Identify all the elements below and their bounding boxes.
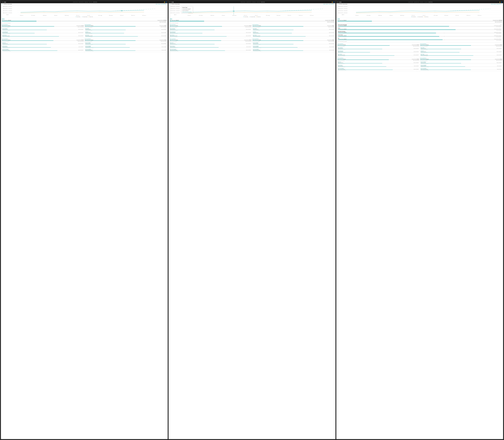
channel-filter-2[interactable]: All Channels + [329,4,334,5]
quarter-q3-2: 2018 QUARTER 3 Quarter-to-Date Sales: $6… [169,38,252,53]
feb-title-1[interactable]: 2018 FEBRUARY [2,31,83,32]
oct-title-1[interactable]: 2018 OCTOBER [85,42,166,43]
back-button-3[interactable]: ◀ [337,4,338,5]
nav-reporting-3[interactable]: REPORTING [428,2,433,2]
nav-subscription-1[interactable]: SUBSCRIPTION [79,2,84,2]
svg-text:Dec: Dec [142,15,146,16]
apr-title-1[interactable]: 2018 APRIL [85,28,166,29]
tooltip-breakdown-link-2[interactable]: Click to view all parent breakdown [182,12,192,12]
category-filter-3[interactable]: Bread [494,4,496,5]
channel-filter-3[interactable]: All Channels + [497,4,502,5]
legend-goal-3: Sales Goal [424,16,428,17]
q1-title-3[interactable]: 2018 QUARTER 1 [337,43,419,44]
category-filter-2[interactable]: Bread [326,4,328,5]
logo-3: FUSE [339,2,341,3]
bell-icon-2[interactable]: 🔔 [332,2,333,3]
q3-title-2[interactable]: 2018 QUARTER 3 [169,39,251,40]
may-title-1[interactable]: 2018 MAY [85,31,166,32]
nav-actions-1: 🔔 👤 [164,2,167,3]
page-header-1: ◀ < SALES TRACKING 2018 Bread All Channe… [1,3,168,5]
back-button-1[interactable]: ◀ [2,4,2,5]
month-apr-3: 2018 APRIL Actual Sales: $307,133Sales G… [420,47,502,50]
q2-title-1[interactable]: 2018 QUARTER 2 [85,25,167,25]
svg-text:$0: $0 [342,14,344,15]
menu-icon-2[interactable]: ☰ [169,2,170,3]
breakdown-blt-title-3: BLT [338,38,501,39]
nav-tracking-2[interactable]: TRACKING [257,2,260,2]
q4-title-1[interactable]: 2018 QUARTER 4 [85,39,167,40]
panel-1-content: 2018 Year-to-Date Sales: $639,239 Foreca… [1,18,168,439]
nav-tracking-1[interactable]: TRACKING [89,2,93,2]
q4-title-3[interactable]: 2018 QUARTER 4 [420,58,502,59]
month-nov-2: 2018 NOVEMBER Actual Sales: $334,206Sale… [252,45,335,49]
menu-icon-3[interactable]: ☰ [337,2,338,3]
back-button-2[interactable]: ◀ [169,4,170,5]
month-aug-3: 2018 AUGUST Actual Sales: $336,250Sales … [337,65,419,68]
nov-title-1[interactable]: 2018 NOVEMBER [85,46,166,46]
month-oct-3: 2018 OCTOBER Actual Sales: $337,133Sales… [420,61,502,65]
q1-title-1[interactable]: 2018 QUARTER 1 [2,25,84,25]
quarter-q3-3: 2018 QUARTER 3 Quarter-to-Date Sales: $6… [337,57,420,72]
year-filter-1[interactable]: 2018 [156,4,157,5]
month-jul-3: 2018 JULY Actual Sales: $337,133Sales Go… [337,61,419,65]
nav-forecasting-3[interactable]: FORECASTING [408,2,413,2]
svg-text:Sep: Sep [109,15,113,16]
mar-title-1[interactable]: 2018 MARCH [2,35,83,35]
q3-title-1[interactable]: 2018 QUARTER 3 [2,39,84,40]
svg-text:Jun: Jun [76,15,80,16]
svg-point-22 [121,11,123,11]
menu-icon[interactable]: ☰ [2,2,3,3]
bell-icon-3[interactable]: 🔔 [499,2,501,3]
user-icon-3[interactable]: 👤 [501,2,502,3]
bell-icon-1[interactable]: 🔔 [164,2,165,3]
nav-forecasting-1[interactable]: FORECASTING [73,2,78,2]
q2-title-3[interactable]: 2018 QUARTER 2 [420,43,502,44]
channel-filter-1[interactable]: All Channels + [161,4,167,5]
breakdown-close-button-3[interactable]: ✕ [500,24,501,25]
svg-text:$200,000: $200,000 [338,13,347,13]
nav-ordering-3[interactable]: ORDERING [420,2,423,2]
aug-title-1[interactable]: 2018 AUGUST [2,46,83,46]
category-filter-1[interactable]: Bread [158,4,161,5]
sales-tracking-title-3: < SALES TRACKING [339,4,347,5]
panel-1: ☰ FUSE FORECASTING SUBSCRIPTION ORDERING… [1,1,168,439]
chart-area-3: $800,000 $600,000 $400,000 $200,000 $0 J… [336,5,503,18]
nav-tracking-3[interactable]: TRACKING [424,2,428,2]
user-icon-1[interactable]: 👤 [165,2,167,3]
header-filters-1: 2018 Bread All Channels + [156,4,167,5]
page-header-3: ◀ < SALES TRACKING 2018 Bread All Channe… [336,3,503,5]
breakdown-item-pbj-3: PB&J Year-to-Date Sales: $220,000 Foreca… [338,28,501,31]
sep-title-1[interactable]: 2018 SEPTEMBER [2,49,83,50]
ytd-label-1: Year-to-Date Sales: $639,239 [2,20,11,21]
q3-title-3[interactable]: 2018 QUARTER 3 [337,58,419,59]
panel-3-content: 2018 Year-to-Date Sales: $639,239 Foreca… [336,18,503,439]
nav-ordering-1[interactable]: ORDERING [84,2,88,2]
nav-subscription-2[interactable]: SUBSCRIPTION [246,2,251,2]
legend-forecast-3: Forecasted Sales [417,16,423,17]
year-filter-3[interactable]: 2018 [491,4,493,5]
nav-bar-1: ☰ FUSE FORECASTING SUBSCRIPTION ORDERING… [1,1,168,3]
nav-forecasting-2[interactable]: FORECASTING [241,2,245,2]
user-icon-2[interactable]: 👤 [333,2,335,3]
jun-title-1[interactable]: 2018 JUNE [85,35,166,35]
year-filter-2[interactable]: 2018 [323,4,325,5]
q2-title-2[interactable]: 2018 QUARTER 2 [252,25,335,25]
nav-reporting-1[interactable]: REPORTING [93,2,97,2]
nav-actions-3: 🔔 👤 [499,2,502,3]
jul-title-1[interactable]: 2018 JULY [2,42,83,43]
quarters-grid-1: 2018 QUARTER 1 Quarter-to-Date Sales: $6… [1,24,168,53]
q4-title-2[interactable]: 2018 QUARTER 4 [252,39,335,40]
breakdown-item-bread-3: Bread (sold individually) Year-to-Date S… [338,24,501,27]
q1-title-2[interactable]: 2018 QUARTER 1 [169,25,251,25]
quarter-q4-1: 2018 QUARTER 4 Quarter-to-Date Sales: $6… [84,38,167,53]
q1-qtd-1: Quarter-to-Date Sales: $639,239 [2,25,10,26]
month-dec-2: 2018 DECEMBER Month-to-Date Sales: $292,… [252,49,335,52]
dec-title-1[interactable]: 2018 DECEMBER [85,49,166,50]
quarter-q2-1: 2018 QUARTER 2 Quarter-to-Date Sales: $6… [84,24,167,38]
nav-ordering-2[interactable]: ORDERING [252,2,256,2]
jan-title-1[interactable]: 2018 JANUARY [2,28,83,29]
nav-subscription-3[interactable]: SUBSCRIPTION [414,2,419,2]
svg-text:Feb: Feb [367,15,370,16]
nav-reporting-2[interactable]: REPORTING [261,2,265,2]
year-label-2: 2018 [169,18,334,20]
